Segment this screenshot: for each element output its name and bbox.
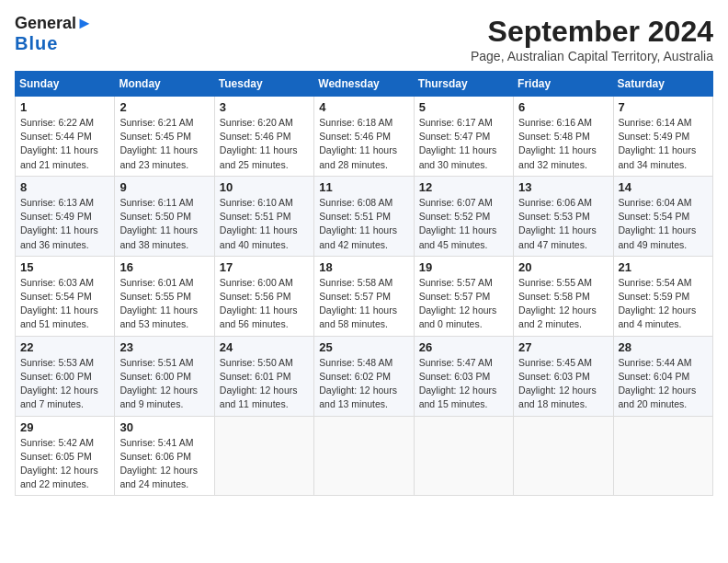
- calendar-cell: 10 Sunrise: 6:10 AMSunset: 5:51 PMDaylig…: [214, 176, 313, 256]
- day-number: 6: [518, 100, 608, 114]
- day-info: Sunrise: 6:21 AMSunset: 5:45 PMDaylight:…: [119, 116, 209, 172]
- calendar-cell: 21 Sunrise: 5:54 AMSunset: 5:59 PMDaylig…: [613, 256, 712, 336]
- day-number: 9: [119, 180, 209, 194]
- day-number: 25: [319, 340, 408, 354]
- day-number: 12: [419, 180, 508, 194]
- day-info: Sunrise: 6:11 AMSunset: 5:50 PMDaylight:…: [119, 196, 209, 252]
- calendar-cell: [314, 416, 414, 496]
- logo-text-blue: Blue: [15, 33, 58, 53]
- day-info: Sunrise: 6:06 AMSunset: 5:53 PMDaylight:…: [518, 196, 608, 252]
- day-info: Sunrise: 5:42 AMSunset: 6:05 PMDaylight:…: [20, 436, 109, 492]
- calendar-cell: 14 Sunrise: 6:04 AMSunset: 5:54 PMDaylig…: [613, 176, 712, 256]
- calendar-cell: 26 Sunrise: 5:47 AMSunset: 6:03 PMDaylig…: [414, 336, 513, 416]
- calendar-cell: [414, 416, 513, 496]
- day-info: Sunrise: 5:53 AMSunset: 6:00 PMDaylight:…: [20, 356, 109, 412]
- day-info: Sunrise: 5:47 AMSunset: 6:03 PMDaylight:…: [419, 356, 508, 412]
- day-info: Sunrise: 6:03 AMSunset: 5:54 PMDaylight:…: [20, 276, 109, 332]
- day-number: 5: [419, 100, 508, 114]
- calendar-cell: 5 Sunrise: 6:17 AMSunset: 5:47 PMDayligh…: [414, 97, 513, 177]
- calendar-cell: 20 Sunrise: 5:55 AMSunset: 5:58 PMDaylig…: [514, 256, 613, 336]
- calendar-cell: 15 Sunrise: 6:03 AMSunset: 5:54 PMDaylig…: [16, 256, 115, 336]
- day-number: 10: [220, 180, 309, 194]
- title-area: September 2024 Page, Australian Capital …: [471, 15, 713, 63]
- day-number: 11: [319, 180, 408, 194]
- location-subtitle: Page, Australian Capital Territory, Aust…: [471, 49, 713, 63]
- calendar-cell: 12 Sunrise: 6:07 AMSunset: 5:52 PMDaylig…: [414, 176, 513, 256]
- day-number: 8: [20, 180, 109, 194]
- calendar-cell: 1 Sunrise: 6:22 AMSunset: 5:44 PMDayligh…: [16, 97, 115, 177]
- day-number: 29: [20, 420, 109, 434]
- day-info: Sunrise: 5:57 AMSunset: 5:57 PMDaylight:…: [419, 276, 508, 332]
- day-number: 27: [518, 340, 608, 354]
- day-info: Sunrise: 6:16 AMSunset: 5:48 PMDaylight:…: [518, 116, 608, 172]
- day-of-week-header: Wednesday: [314, 72, 414, 97]
- day-of-week-header: Friday: [514, 72, 613, 97]
- day-of-week-header: Tuesday: [214, 72, 313, 97]
- month-title: September 2024: [471, 15, 713, 49]
- day-number: 30: [119, 420, 209, 434]
- calendar-cell: 3 Sunrise: 6:20 AMSunset: 5:46 PMDayligh…: [214, 97, 313, 177]
- day-number: 26: [419, 340, 508, 354]
- day-number: 22: [20, 340, 109, 354]
- day-number: 4: [319, 100, 408, 114]
- calendar-cell: [514, 416, 613, 496]
- day-info: Sunrise: 6:18 AMSunset: 5:46 PMDaylight:…: [319, 116, 408, 172]
- day-number: 3: [220, 100, 309, 114]
- calendar-cell: 2 Sunrise: 6:21 AMSunset: 5:45 PMDayligh…: [115, 97, 214, 177]
- calendar-cell: 11 Sunrise: 6:08 AMSunset: 5:51 PMDaylig…: [314, 176, 414, 256]
- day-info: Sunrise: 6:17 AMSunset: 5:47 PMDaylight:…: [419, 116, 508, 172]
- day-info: Sunrise: 5:45 AMSunset: 6:03 PMDaylight:…: [518, 356, 608, 412]
- calendar-cell: 18 Sunrise: 5:58 AMSunset: 5:57 PMDaylig…: [314, 256, 414, 336]
- day-of-week-header: Monday: [115, 72, 214, 97]
- day-info: Sunrise: 6:04 AMSunset: 5:54 PMDaylight:…: [619, 196, 708, 252]
- day-of-week-header: Saturday: [613, 72, 712, 97]
- calendar-cell: 22 Sunrise: 5:53 AMSunset: 6:00 PMDaylig…: [16, 336, 115, 416]
- calendar-cell: 4 Sunrise: 6:18 AMSunset: 5:46 PMDayligh…: [314, 97, 414, 177]
- day-info: Sunrise: 5:48 AMSunset: 6:02 PMDaylight:…: [319, 356, 408, 412]
- day-number: 19: [419, 260, 508, 274]
- day-info: Sunrise: 5:41 AMSunset: 6:06 PMDaylight:…: [119, 436, 209, 492]
- day-info: Sunrise: 5:44 AMSunset: 6:04 PMDaylight:…: [619, 356, 708, 412]
- calendar-cell: 29 Sunrise: 5:42 AMSunset: 6:05 PMDaylig…: [16, 416, 115, 496]
- day-info: Sunrise: 5:54 AMSunset: 5:59 PMDaylight:…: [619, 276, 708, 332]
- calendar-cell: 30 Sunrise: 5:41 AMSunset: 6:06 PMDaylig…: [115, 416, 214, 496]
- calendar-cell: 16 Sunrise: 6:01 AMSunset: 5:55 PMDaylig…: [115, 256, 214, 336]
- calendar-cell: [214, 416, 313, 496]
- day-info: Sunrise: 6:08 AMSunset: 5:51 PMDaylight:…: [319, 196, 408, 252]
- day-info: Sunrise: 5:51 AMSunset: 6:00 PMDaylight:…: [119, 356, 209, 412]
- calendar-cell: 6 Sunrise: 6:16 AMSunset: 5:48 PMDayligh…: [514, 97, 613, 177]
- day-number: 24: [220, 340, 309, 354]
- calendar-cell: 24 Sunrise: 5:50 AMSunset: 6:01 PMDaylig…: [214, 336, 313, 416]
- day-number: 7: [619, 100, 708, 114]
- calendar-cell: 28 Sunrise: 5:44 AMSunset: 6:04 PMDaylig…: [613, 336, 712, 416]
- day-info: Sunrise: 6:01 AMSunset: 5:55 PMDaylight:…: [119, 276, 209, 332]
- day-info: Sunrise: 6:20 AMSunset: 5:46 PMDaylight:…: [220, 116, 309, 172]
- calendar-cell: 25 Sunrise: 5:48 AMSunset: 6:02 PMDaylig…: [314, 336, 414, 416]
- day-number: 14: [619, 180, 708, 194]
- day-info: Sunrise: 6:07 AMSunset: 5:52 PMDaylight:…: [419, 196, 508, 252]
- day-info: Sunrise: 6:13 AMSunset: 5:49 PMDaylight:…: [20, 196, 109, 252]
- day-info: Sunrise: 6:22 AMSunset: 5:44 PMDaylight:…: [20, 116, 109, 172]
- calendar-cell: 23 Sunrise: 5:51 AMSunset: 6:00 PMDaylig…: [115, 336, 214, 416]
- calendar-cell: 7 Sunrise: 6:14 AMSunset: 5:49 PMDayligh…: [613, 97, 712, 177]
- calendar-cell: 13 Sunrise: 6:06 AMSunset: 5:53 PMDaylig…: [514, 176, 613, 256]
- calendar-cell: 9 Sunrise: 6:11 AMSunset: 5:50 PMDayligh…: [115, 176, 214, 256]
- day-number: 16: [119, 260, 209, 274]
- day-info: Sunrise: 6:10 AMSunset: 5:51 PMDaylight:…: [220, 196, 309, 252]
- day-of-week-header: Sunday: [16, 72, 115, 97]
- calendar-cell: 19 Sunrise: 5:57 AMSunset: 5:57 PMDaylig…: [414, 256, 513, 336]
- day-number: 18: [319, 260, 408, 274]
- logo-text: General►: [15, 15, 93, 33]
- day-info: Sunrise: 6:00 AMSunset: 5:56 PMDaylight:…: [220, 276, 309, 332]
- day-of-week-header: Thursday: [414, 72, 513, 97]
- day-number: 20: [518, 260, 608, 274]
- day-number: 23: [119, 340, 209, 354]
- day-info: Sunrise: 5:50 AMSunset: 6:01 PMDaylight:…: [220, 356, 309, 412]
- calendar-cell: 27 Sunrise: 5:45 AMSunset: 6:03 PMDaylig…: [514, 336, 613, 416]
- day-number: 15: [20, 260, 109, 274]
- day-number: 28: [619, 340, 708, 354]
- page-header: General► Blue September 2024 Page, Austr…: [15, 15, 713, 63]
- calendar-cell: [613, 416, 712, 496]
- day-info: Sunrise: 5:55 AMSunset: 5:58 PMDaylight:…: [518, 276, 608, 332]
- day-info: Sunrise: 6:14 AMSunset: 5:49 PMDaylight:…: [619, 116, 708, 172]
